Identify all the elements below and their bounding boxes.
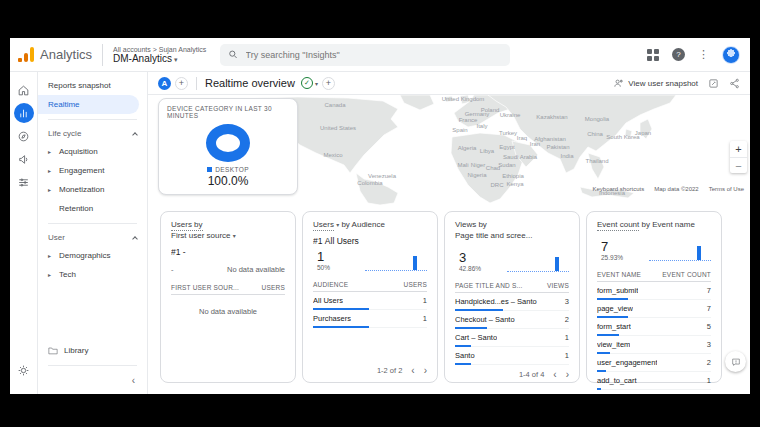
admin-gear-icon[interactable]: [14, 360, 34, 380]
nav-demographics[interactable]: ▸Demographics: [38, 246, 147, 265]
realtime-geo-map[interactable]: CanadaUnited StatesMexicoVenezuelaColomb…: [148, 95, 750, 205]
main-content: A + Realtime overview ✓ ▾ + View user sn…: [148, 72, 750, 394]
advertising-icon[interactable]: [14, 149, 34, 169]
nav-engagement[interactable]: ▸Engagement: [38, 161, 147, 180]
report-title-bar: A + Realtime overview ✓ ▾ + View user sn…: [148, 72, 750, 95]
share-icon[interactable]: [729, 78, 740, 89]
pagination: 1-2 of 2 ‹ ›: [313, 361, 427, 376]
table-row[interactable]: view_item3: [597, 336, 711, 354]
prev-page-icon[interactable]: ‹: [553, 369, 556, 380]
table-row[interactable]: Checkout – Santo2: [455, 311, 569, 329]
google-apps-icon[interactable]: [647, 49, 659, 61]
zoom-in-button[interactable]: +: [735, 141, 741, 157]
add-comparison-button[interactable]: +: [175, 77, 188, 90]
terms-of-use-link[interactable]: Terms of Use: [709, 186, 744, 192]
nav-retention[interactable]: Retention: [38, 199, 147, 218]
table-row[interactable]: All Users1: [313, 292, 427, 310]
zoom-out-button[interactable]: −: [730, 157, 747, 173]
table-row[interactable]: user_engagement2: [597, 354, 711, 372]
table-row[interactable]: form_start5: [597, 318, 711, 336]
explore-icon[interactable]: [14, 126, 34, 146]
nav-section-life-cycle[interactable]: Life cycle: [38, 125, 147, 142]
reports-icon[interactable]: [14, 103, 34, 123]
search-input[interactable]: [246, 50, 503, 60]
column-value: EVENT COUNT: [662, 271, 711, 278]
nav-reports-snapshot[interactable]: Reports snapshot: [38, 76, 147, 95]
table-row[interactable]: Santo1: [455, 347, 569, 365]
property-name[interactable]: DM-Analytics▾: [113, 53, 206, 64]
map-country-label: Libya: [480, 148, 494, 154]
next-page-icon[interactable]: ›: [566, 369, 569, 380]
device-donut-chart: [206, 124, 250, 162]
kebab-menu-icon[interactable]: ⋮: [698, 49, 709, 60]
breadcrumb[interactable]: All accounts > Sujan Analytics: [113, 46, 206, 53]
chevron-down-icon: ▾: [336, 222, 339, 228]
nav-section-user[interactable]: User: [38, 229, 147, 246]
titlebar-divider: [196, 77, 197, 90]
map-country-label: Japan: [635, 130, 651, 136]
table-row[interactable]: Handpicked...es – Santo3: [455, 293, 569, 311]
keyboard-shortcuts-link[interactable]: Keyboard shortcuts: [593, 186, 645, 192]
collapse-nav-button[interactable]: ‹: [38, 371, 147, 394]
map-data-label: Map data ©2022: [654, 186, 698, 192]
dimension-selector[interactable]: Page title and scree...: [455, 231, 532, 240]
summary-row: 3 42.86%: [455, 250, 569, 272]
nav-tech[interactable]: ▸Tech: [38, 265, 147, 284]
top-rank-line: #1 -: [171, 247, 285, 257]
screen: Analytics All accounts > Sujan Analytics…: [0, 0, 760, 427]
table-row[interactable]: add_to_cart1: [597, 372, 711, 390]
view-user-snapshot-button[interactable]: View user snapshot: [613, 78, 698, 89]
map-country-label: DRC: [491, 182, 504, 188]
card-title: Event count by Event name: [597, 220, 711, 231]
map-zoom-control: + −: [730, 141, 747, 173]
google-analytics-logo-icon: [18, 47, 34, 62]
customize-report-icon[interactable]: [708, 78, 719, 89]
map-country-label: Afghanistan: [534, 136, 566, 142]
header-actions: ? ⋮: [647, 46, 740, 64]
table-header: FIRST USER SOUR... USERS: [171, 278, 285, 295]
help-icon[interactable]: ?: [672, 48, 685, 61]
product-name: Analytics: [40, 47, 92, 62]
row-bar: [597, 388, 601, 390]
column-name: PAGE TITLE AND S...: [455, 282, 523, 289]
add-report-button[interactable]: +: [322, 77, 335, 90]
nav-monetization[interactable]: ▸Monetization: [38, 180, 147, 199]
legend-dot-icon: [207, 167, 212, 172]
map-country-label: Kazakhstan: [536, 114, 567, 120]
table-row[interactable]: Cart – Santo1: [455, 329, 569, 347]
nav-library[interactable]: Library: [38, 341, 147, 360]
account-switcher[interactable]: All accounts > Sujan Analytics DM-Analyt…: [113, 46, 206, 64]
card-users-by-audience: Users ▾ by Audience #1 All Users 1 50%: [302, 211, 438, 383]
nav-realtime[interactable]: Realtime: [38, 95, 139, 114]
device-category-card: DEVICE CATEGORY IN LAST 30 MINUTES DESKT…: [158, 98, 298, 195]
metric-selector[interactable]: Users ▾: [313, 220, 339, 229]
table-row[interactable]: form_submit7: [597, 282, 711, 300]
metric-percent: 25.93%: [597, 254, 623, 261]
search-bar[interactable]: [220, 44, 510, 66]
prev-page-icon[interactable]: ‹: [411, 365, 414, 376]
map-country-label: Mongolia: [585, 116, 609, 122]
comparison-chip[interactable]: A: [158, 77, 171, 90]
map-country-label: Iraq: [517, 135, 527, 141]
table-no-data-label: No data available: [171, 307, 285, 316]
device-percentage: 100.0%: [208, 174, 249, 188]
metric-percent: 50%: [313, 264, 330, 271]
sparkline-bar: [697, 246, 701, 260]
sparkline-bar: [413, 256, 417, 270]
map-country-label: Thailand: [585, 158, 608, 164]
user-avatar[interactable]: [722, 46, 740, 64]
dimension-selector[interactable]: First user source ▾: [171, 231, 236, 240]
nav-acquisition[interactable]: ▸Acquisition: [38, 142, 147, 161]
report-status-check-icon[interactable]: ✓: [301, 77, 313, 89]
configure-icon[interactable]: [14, 172, 34, 192]
row-bar: [313, 326, 369, 328]
card-title: Users by First user source ▾: [171, 220, 285, 242]
feedback-button[interactable]: [725, 351, 746, 372]
table-row[interactable]: page_view7: [597, 300, 711, 318]
next-page-icon[interactable]: ›: [424, 365, 427, 376]
table-row[interactable]: Purchasers1: [313, 310, 427, 328]
sparkline-bar: [555, 257, 559, 271]
home-icon[interactable]: [14, 80, 34, 100]
reports-nav-panel: Reports snapshot Realtime Life cycle ▸Ac…: [38, 72, 148, 394]
chevron-down-icon[interactable]: ▾: [315, 80, 318, 87]
